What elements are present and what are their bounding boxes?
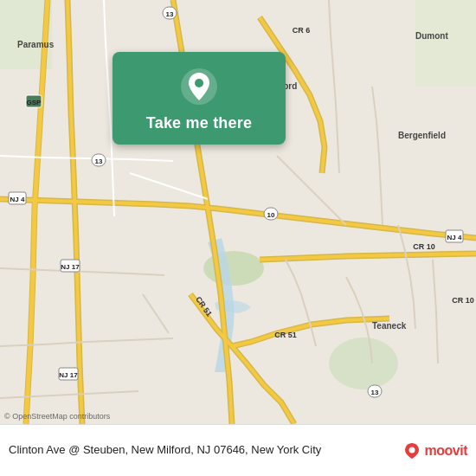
- take-me-there-button[interactable]: Take me there: [146, 114, 252, 132]
- svg-text:GSP: GSP: [27, 99, 42, 106]
- svg-text:Paramus: Paramus: [17, 40, 55, 49]
- svg-text:Bergenfield: Bergenfield: [398, 131, 446, 140]
- svg-text:NJ 4: NJ 4: [10, 196, 25, 203]
- svg-text:NJ 4: NJ 4: [447, 234, 462, 241]
- svg-text:13: 13: [371, 389, 379, 396]
- svg-text:CR 10: CR 10: [452, 296, 474, 305]
- svg-point-36: [195, 79, 203, 87]
- location-info: Clinton Ave @ Steuben, New Milford, NJ 0…: [9, 443, 397, 458]
- map-view: GSP NJ 4 NJ 4 NJ 17 NJ 17 13 13 13 10 CR…: [0, 0, 476, 424]
- moovit-pin-icon: [402, 441, 421, 460]
- bottom-bar: Clinton Ave @ Steuben, New Milford, NJ 0…: [0, 424, 476, 476]
- location-card: Take me there: [113, 52, 286, 145]
- svg-point-4: [329, 338, 398, 389]
- svg-text:© OpenStreetMap contributors: © OpenStreetMap contributors: [4, 412, 111, 421]
- svg-text:NJ 17: NJ 17: [59, 371, 78, 379]
- svg-text:13: 13: [166, 10, 174, 18]
- svg-text:10: 10: [267, 211, 275, 219]
- svg-text:CR 10: CR 10: [413, 242, 435, 251]
- svg-marker-2: [415, 0, 476, 87]
- moovit-logo: moovit: [402, 441, 467, 460]
- location-pin-icon: [180, 68, 218, 106]
- svg-text:CR 51: CR 51: [274, 331, 297, 339]
- svg-text:Teaneck: Teaneck: [372, 321, 407, 331]
- moovit-brand-text: moovit: [425, 443, 467, 459]
- svg-text:NJ 17: NJ 17: [61, 263, 80, 271]
- svg-text:Dumont: Dumont: [415, 31, 448, 41]
- svg-text:CR 6: CR 6: [293, 26, 311, 35]
- svg-point-37: [408, 447, 415, 453]
- svg-text:13: 13: [95, 158, 103, 165]
